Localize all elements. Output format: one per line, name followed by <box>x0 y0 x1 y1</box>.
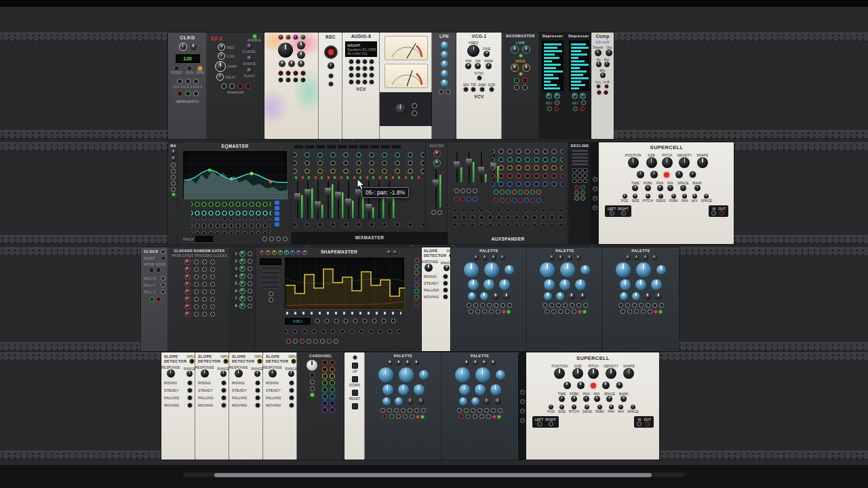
gate-jack[interactable] <box>194 274 199 279</box>
jack[interactable] <box>580 196 585 201</box>
input-jack[interactable] <box>223 359 229 364</box>
module-palette-5[interactable]: PALETTE <box>441 352 518 460</box>
jack[interactable] <box>300 339 304 344</box>
slevel-knob[interactable] <box>246 43 252 49</box>
cv-knob[interactable] <box>631 405 635 409</box>
module-colorful-osc[interactable] <box>264 33 319 139</box>
menu-row[interactable] <box>572 160 588 162</box>
left-jack[interactable] <box>412 103 417 108</box>
jack[interactable] <box>479 414 484 419</box>
knob[interactable] <box>625 255 631 260</box>
in-jack[interactable] <box>637 422 642 426</box>
cv-jack[interactable] <box>310 380 315 384</box>
jack[interactable] <box>520 418 525 423</box>
left-in-jack[interactable] <box>537 422 542 426</box>
level-knob[interactable] <box>239 258 245 264</box>
step-button-row[interactable] <box>286 312 401 314</box>
knob[interactable] <box>568 293 575 300</box>
jack[interactable] <box>520 390 525 394</box>
jack[interactable] <box>278 70 283 76</box>
eq-gain-knob-row[interactable] <box>191 209 271 217</box>
out-jack[interactable] <box>522 78 528 83</box>
down-button[interactable] <box>352 376 358 382</box>
jack[interactable] <box>646 303 650 308</box>
level-knob[interactable] <box>239 303 245 309</box>
jack[interactable] <box>330 401 335 406</box>
band-button[interactable] <box>275 222 279 226</box>
jack[interactable] <box>576 303 581 308</box>
aux-fader[interactable] <box>477 152 487 183</box>
module-slope-detector-1[interactable]: SLOPE DETECTOR INPUT RESPONSE RANGE RISI… <box>161 352 195 460</box>
clock-jack[interactable] <box>210 312 215 317</box>
knob[interactable] <box>643 255 648 260</box>
trigger-jack[interactable] <box>202 297 207 302</box>
menu-button[interactable] <box>261 266 280 270</box>
record-button[interactable] <box>324 45 338 59</box>
jack[interactable] <box>574 185 579 190</box>
jack[interactable] <box>500 198 505 203</box>
prob-knob[interactable] <box>184 266 191 272</box>
response-knob[interactable] <box>235 369 243 378</box>
jack[interactable] <box>627 309 632 314</box>
mix-knob[interactable] <box>594 396 600 402</box>
module-slope-detector-4[interactable]: SLOPE DETECTOR INPUT RESPONSE RANGE RISI… <box>263 352 297 460</box>
bank-knob[interactable] <box>620 396 627 402</box>
jack[interactable] <box>520 399 525 404</box>
cv-knob[interactable] <box>692 194 697 199</box>
blue-knob[interactable] <box>540 262 555 277</box>
jack[interactable] <box>300 77 306 83</box>
fine-knob[interactable] <box>484 51 490 57</box>
aux-knob-row[interactable] <box>492 172 563 180</box>
rising-jack[interactable] <box>221 380 226 386</box>
cv-knob[interactable] <box>572 405 576 409</box>
sqr-jack[interactable] <box>489 87 494 92</box>
blue-knob[interactable] <box>490 384 501 395</box>
jack[interactable] <box>330 360 335 365</box>
jack[interactable] <box>285 77 291 83</box>
jack[interactable] <box>414 301 419 306</box>
jack[interactable] <box>362 66 368 71</box>
channel-label[interactable] <box>359 144 369 149</box>
trigger-jack[interactable] <box>202 289 207 294</box>
jack[interactable] <box>487 303 492 308</box>
knob[interactable] <box>414 360 419 365</box>
jack[interactable] <box>322 373 328 379</box>
jack[interactable] <box>171 175 176 180</box>
jack[interactable] <box>556 303 561 308</box>
out-jack[interactable] <box>245 83 251 89</box>
blue-knob[interactable] <box>475 367 490 382</box>
jack[interactable] <box>570 303 574 308</box>
module-depresser-2[interactable]: Depresser KEY <box>566 33 591 139</box>
module-clocked-random-gates[interactable]: CLOCKED RANDOM GATES PROB GATES TRIGGERS… <box>168 247 231 351</box>
blue-knob[interactable] <box>399 367 414 382</box>
mix-knob[interactable] <box>600 73 606 78</box>
size-knob[interactable] <box>572 368 583 379</box>
blue-knob[interactable] <box>544 279 555 290</box>
channel-label[interactable] <box>304 144 315 149</box>
gate-jack[interactable] <box>194 289 199 294</box>
knob[interactable] <box>300 35 306 40</box>
cv-knob[interactable] <box>623 194 627 199</box>
jack[interactable] <box>520 409 525 413</box>
jack[interactable] <box>460 188 465 193</box>
jack[interactable] <box>475 309 480 314</box>
jack[interactable] <box>466 414 471 419</box>
module-shapemaster[interactable]: SHAPEMASTER 0:05 <box>256 247 422 351</box>
aux-fader[interactable] <box>465 152 475 183</box>
jack[interactable] <box>330 387 335 392</box>
jack[interactable] <box>362 79 368 85</box>
blue-knob[interactable] <box>499 279 510 290</box>
response-knob[interactable] <box>269 369 277 378</box>
module-comp[interactable]: Comp 1/3 soft Thresh Out Att Rel Mix In … <box>591 33 614 139</box>
mode-led-button[interactable] <box>664 172 669 178</box>
jack[interactable] <box>276 237 281 241</box>
jack[interactable] <box>334 339 338 344</box>
aux-cv-knob-rows[interactable] <box>453 210 563 225</box>
jack[interactable] <box>414 270 419 275</box>
jack[interactable] <box>460 197 465 201</box>
jack[interactable] <box>353 355 357 360</box>
aux-knob-row[interactable] <box>492 164 563 171</box>
poly-c-jack[interactable] <box>161 289 165 294</box>
thresh-knob[interactable] <box>595 49 601 56</box>
gate-jack[interactable] <box>194 282 199 287</box>
